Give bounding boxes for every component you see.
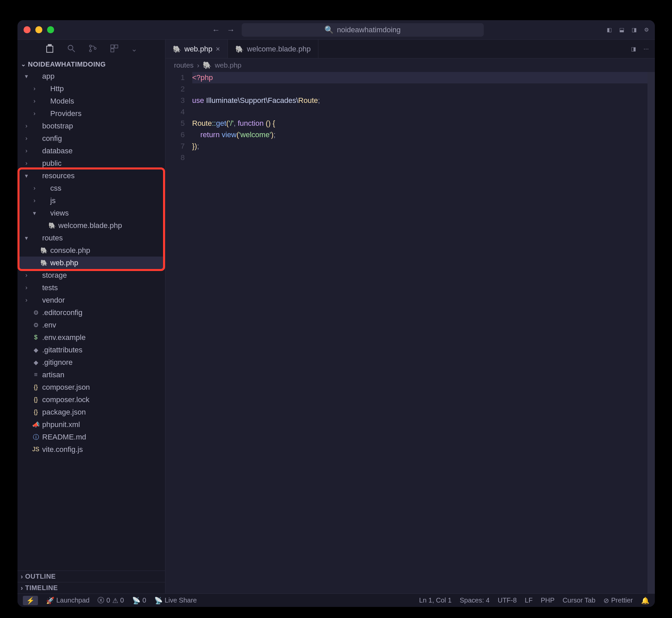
tree-item-label: database [42, 147, 73, 155]
timeline-section[interactable]: › TIMELINE [17, 582, 165, 593]
file-item[interactable]: 📣phpunit.xml [17, 418, 165, 431]
file-item[interactable]: ◆.gitignore [17, 356, 165, 369]
folder-item[interactable]: ›config [17, 132, 165, 145]
language-item[interactable]: PHP [541, 596, 554, 604]
file-item[interactable]: JSvite.config.js [17, 443, 165, 456]
folder-item[interactable]: ▾app [17, 70, 165, 82]
command-center[interactable]: 🔍 noideawhatimdoing [242, 23, 484, 37]
nav-arrows: ← → [212, 25, 235, 35]
extensions-tab-icon[interactable] [110, 44, 119, 54]
source-control-tab-icon[interactable] [88, 44, 97, 54]
settings-gear-icon[interactable]: ⚙ [644, 27, 649, 33]
file-item[interactable]: ⚙.editorconfig [17, 306, 165, 319]
code-line[interactable] [192, 106, 647, 118]
close-window-button[interactable] [24, 26, 31, 33]
code-line[interactable]: return view('welcome'); [192, 129, 647, 141]
layout-primary-icon[interactable]: ◧ [607, 27, 612, 33]
eol-item[interactable]: LF [525, 596, 532, 604]
command-center-title: noideawhatimdoing [337, 26, 401, 34]
folder-item[interactable]: ›public [17, 157, 165, 169]
folder-item[interactable]: ›vendor [17, 294, 165, 306]
folder-item[interactable]: ›js [17, 194, 165, 207]
liveshare-item[interactable]: 📡 Live Share [154, 596, 197, 605]
nav-forward-icon[interactable]: → [227, 25, 235, 35]
file-item[interactable]: {}package.json [17, 406, 165, 418]
breadcrumb[interactable]: routes › 🐘 web.php [165, 59, 655, 72]
folder-item[interactable]: ›database [17, 145, 165, 157]
nav-back-icon[interactable]: ← [212, 25, 220, 35]
maximize-window-button[interactable] [47, 26, 54, 33]
folder-item[interactable]: ›bootstrap [17, 120, 165, 132]
search-tab-icon[interactable] [67, 44, 76, 54]
remote-indicator[interactable]: ⚡ [23, 596, 38, 605]
layout-secondary-icon[interactable]: ◨ [632, 27, 637, 33]
tabs-actions: ◨ ⋯ [631, 40, 655, 58]
minimize-window-button[interactable] [35, 26, 42, 33]
svg-rect-5 [111, 45, 114, 48]
editor-tab[interactable]: 🐘web.php× [165, 40, 228, 58]
chevron-icon: › [24, 147, 30, 154]
code-editor[interactable]: 12345678 <?phpuse Illuminate\Support\Fac… [165, 72, 655, 593]
line-number: 5 [165, 118, 185, 129]
file-item[interactable]: ≡artisan [17, 369, 165, 381]
cursor-position[interactable]: Ln 1, Col 1 [419, 596, 452, 604]
timeline-label: TIMELINE [25, 584, 58, 592]
line-number: 1 [165, 72, 185, 83]
explorer-tab-icon[interactable] [45, 44, 54, 54]
notifications-icon[interactable]: 🔔 [641, 596, 649, 605]
tree-item-label: Models [50, 97, 74, 106]
file-item[interactable]: ⚙.env [17, 319, 165, 331]
code-line[interactable]: <?php [192, 72, 647, 83]
code-content[interactable]: <?phpuse Illuminate\Support\Facades\Rout… [192, 72, 647, 593]
ports-item[interactable]: 📡 0 [132, 596, 146, 605]
folder-icon [32, 272, 40, 279]
file-item[interactable]: {}composer.json [17, 381, 165, 393]
code-line[interactable]: }); [192, 141, 647, 152]
prettier-item[interactable]: ⊘ Prettier [603, 596, 633, 605]
folder-item[interactable]: ›storage [17, 269, 165, 281]
code-line[interactable] [192, 83, 647, 95]
split-editor-icon[interactable]: ◨ [631, 46, 636, 52]
file-item[interactable]: 🐘web.php [17, 257, 165, 269]
encoding-item[interactable]: UTF-8 [498, 596, 517, 604]
chevron-icon: › [24, 122, 30, 129]
chevron-icon: › [32, 85, 38, 92]
tab-label: welcome.blade.php [247, 45, 311, 53]
file-item[interactable]: $.env.example [17, 331, 165, 344]
outline-label: OUTLINE [25, 573, 56, 580]
launchpad-item[interactable]: 🚀 Launchpad [46, 596, 90, 605]
problems-item[interactable]: ⓧ 0 ⚠ 0 [97, 596, 124, 605]
folder-item[interactable]: ▾routes [17, 232, 165, 244]
outline-section[interactable]: › OUTLINE [17, 571, 165, 582]
more-actions-icon[interactable]: ⋯ [643, 46, 649, 52]
folder-icon [32, 73, 40, 80]
file-tree[interactable]: ▾app›Http›Models›Providers›bootstrap›con… [17, 70, 165, 571]
project-header[interactable]: ⌄ NOIDEAWHATIMDOING [17, 59, 165, 70]
tree-item-label: storage [42, 271, 67, 280]
folder-item[interactable]: ›Http [17, 82, 165, 95]
minimap[interactable] [647, 72, 655, 593]
code-line[interactable]: use Illuminate\Support\Facades\Route; [192, 95, 647, 106]
folder-item[interactable]: ›css [17, 182, 165, 194]
code-line[interactable] [192, 152, 647, 163]
folder-item[interactable]: ▾views [17, 207, 165, 219]
chevron-down-icon[interactable]: ⌄ [131, 45, 137, 53]
indentation-item[interactable]: Spaces: 4 [460, 596, 489, 604]
folder-item[interactable]: ›Models [17, 95, 165, 107]
file-item[interactable]: ⓘREADME.md [17, 431, 165, 443]
file-item[interactable]: {}composer.lock [17, 393, 165, 406]
folder-item[interactable]: ›tests [17, 281, 165, 294]
cursor-tab-item[interactable]: Cursor Tab [563, 596, 595, 604]
file-item[interactable]: 🐘welcome.blade.php [17, 219, 165, 232]
folder-item[interactable]: ▾resources [17, 169, 165, 182]
chevron-icon: › [24, 160, 30, 167]
folder-item[interactable]: ›Providers [17, 107, 165, 120]
layout-panel-icon[interactable]: ⬓ [619, 27, 624, 33]
code-line[interactable]: Route::get('/', function () { [192, 118, 647, 129]
close-tab-icon[interactable]: × [216, 45, 220, 53]
folder-icon [32, 135, 40, 142]
editor-tab[interactable]: 🐘welcome.blade.php [228, 40, 319, 58]
file-item[interactable]: 🐘console.php [17, 244, 165, 257]
php-icon: 🐘 [40, 259, 48, 267]
file-item[interactable]: ◆.gitattributes [17, 344, 165, 356]
